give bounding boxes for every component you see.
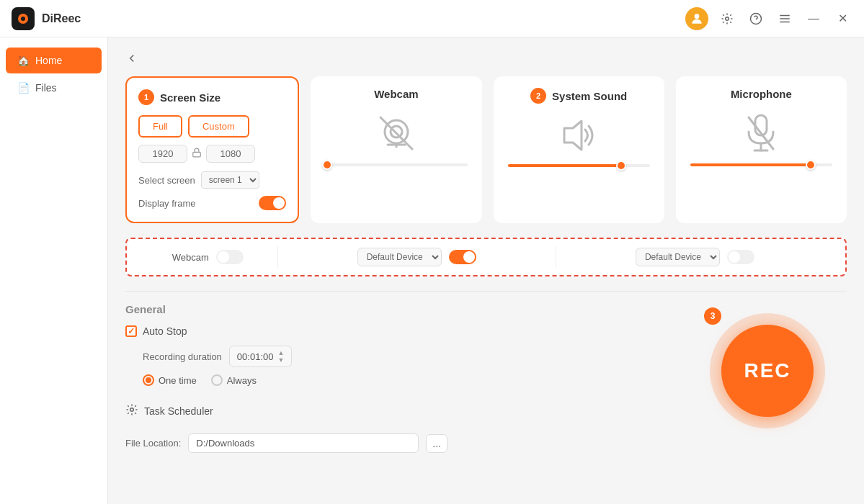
content-area: 1 Screen Size Full Custom (108, 37, 864, 504)
radio-circle-always (211, 374, 223, 386)
toggles-row: Webcam Default Device Default Device (125, 238, 847, 276)
screen-size-card: 1 Screen Size Full Custom (125, 76, 299, 223)
radio-always[interactable]: Always (211, 374, 257, 386)
rec-button[interactable]: REC (721, 325, 814, 417)
system-sound-slider[interactable] (505, 164, 653, 167)
rec-wrapper: REC 3 (710, 313, 825, 428)
svg-point-1 (726, 17, 729, 20)
microphone-card: Microphone (676, 76, 847, 223)
rec-label: REC (744, 359, 790, 382)
lock-icon (192, 148, 202, 160)
general-title: General (125, 303, 688, 315)
select-screen-row: Select screen screen 1 (138, 171, 286, 189)
sidebar: 🏠 Home 📄 Files (0, 37, 108, 504)
display-frame-label: Display frame (138, 198, 195, 209)
size-inputs (138, 145, 286, 163)
microphone-toggle[interactable] (727, 250, 754, 264)
file-browse-button[interactable]: ... (426, 434, 447, 453)
file-location-row: File Location: ... (125, 433, 688, 453)
general-area: General ✓ Auto Stop Recording duration 0… (125, 303, 688, 453)
settings-icon[interactable] (717, 9, 737, 29)
step-badge-3: 3 (704, 307, 721, 325)
main-layout: 🏠 Home 📄 Files 1 Screen Size Full (0, 37, 864, 504)
webcam-slider[interactable] (322, 163, 470, 166)
microphone-toggle-section: Default Device (556, 248, 834, 266)
general-section: General ✓ Auto Stop Recording duration 0… (125, 303, 688, 386)
system-sound-icon (505, 115, 653, 156)
auto-stop-row: ✓ Auto Stop (125, 325, 688, 337)
screen-size-header: 1 Screen Size (138, 89, 286, 105)
sidebar-item-home[interactable]: 🏠 Home (6, 48, 102, 73)
back-button[interactable] (125, 52, 138, 65)
task-scheduler-row: Task Scheduler (125, 403, 688, 419)
sidebar-files-label: Files (35, 82, 57, 94)
rec-area: REC 3 (688, 303, 847, 453)
recording-duration-label: Recording duration (143, 351, 222, 362)
display-frame-row: Display frame (138, 196, 286, 210)
task-scheduler-icon (125, 403, 138, 419)
system-sound-title: System Sound (552, 90, 627, 102)
files-icon: 📄 (17, 82, 30, 94)
duration-value: 00:01:00 (237, 351, 274, 362)
titlebar-right: — ✕ (685, 7, 852, 30)
menu-icon[interactable] (775, 9, 795, 29)
microphone-device-select[interactable]: Default Device (636, 248, 720, 266)
task-scheduler-label: Task Scheduler (144, 405, 213, 417)
titlebar-left: DiReec (12, 7, 81, 30)
svg-rect-6 (193, 152, 201, 156)
always-label: Always (227, 375, 257, 386)
rec-outer-ring: REC (710, 313, 825, 428)
system-sound-card: 2 System Sound (494, 76, 664, 223)
svg-point-17 (130, 408, 134, 412)
help-icon[interactable] (746, 9, 766, 29)
svg-point-0 (695, 14, 700, 19)
duration-row: Recording duration 00:01:00 ▲ ▼ (143, 346, 688, 367)
home-icon: 🏠 (17, 55, 30, 66)
app-icon (12, 7, 35, 30)
size-buttons: Full Custom (138, 115, 286, 138)
radio-one-time[interactable]: One time (143, 374, 197, 386)
webcam-toggle-label: Webcam (172, 252, 209, 263)
screen-select[interactable]: screen 1 (201, 171, 259, 189)
system-sound-toggle[interactable] (449, 250, 476, 264)
step-badge-1: 1 (138, 89, 154, 105)
webcam-toggle-section: Webcam (138, 250, 277, 264)
close-icon[interactable]: ✕ (832, 9, 852, 29)
file-location-label: File Location: (125, 438, 181, 449)
webcam-title: Webcam (322, 88, 470, 100)
width-input[interactable] (138, 145, 187, 163)
webcam-card: Webcam (311, 76, 481, 223)
height-input[interactable] (206, 145, 255, 163)
display-frame-toggle[interactable] (259, 196, 286, 210)
divider (125, 291, 847, 292)
sidebar-home-label: Home (35, 55, 62, 66)
radio-circle-one-time (143, 374, 154, 386)
system-sound-device-select[interactable]: Default Device (357, 248, 442, 266)
file-location-input[interactable] (188, 433, 419, 453)
cards-row: 1 Screen Size Full Custom (125, 76, 847, 223)
titlebar: DiReec — ✕ (0, 0, 864, 37)
full-button[interactable]: Full (138, 115, 182, 138)
one-time-label: One time (159, 375, 197, 386)
svg-marker-12 (564, 121, 582, 150)
bottom-area: General ✓ Auto Stop Recording duration 0… (125, 303, 847, 453)
microphone-icon (687, 112, 835, 155)
app-name: DiReec (42, 12, 81, 25)
microphone-title: Microphone (687, 88, 835, 100)
webcam-icon-area (322, 112, 470, 155)
sidebar-item-files[interactable]: 📄 Files (6, 75, 102, 101)
custom-button[interactable]: Custom (188, 115, 249, 138)
duration-spinners[interactable]: ▲ ▼ (277, 349, 284, 364)
duration-input[interactable]: 00:01:00 ▲ ▼ (229, 346, 293, 367)
select-screen-label: Select screen (138, 175, 195, 186)
system-sound-toggle-section: Default Device (278, 248, 556, 266)
step-badge-2: 2 (530, 88, 546, 104)
auto-stop-label: Auto Stop (143, 325, 187, 337)
auto-stop-checkbox[interactable]: ✓ (125, 325, 137, 337)
screen-size-title: Screen Size (160, 91, 221, 104)
avatar-icon[interactable] (685, 7, 708, 30)
microphone-slider[interactable] (687, 163, 835, 166)
webcam-toggle[interactable] (216, 250, 244, 264)
radio-row: One time Always (143, 374, 688, 386)
minimize-icon[interactable]: — (803, 9, 824, 29)
